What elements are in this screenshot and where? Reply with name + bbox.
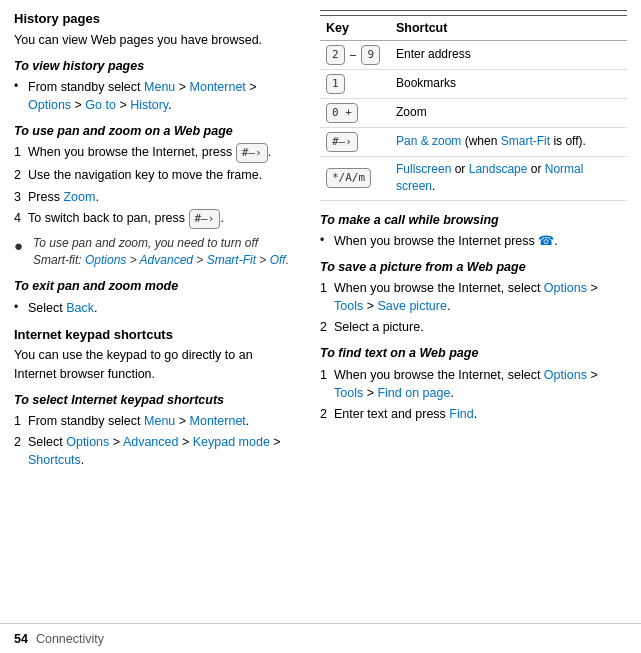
table-row: #–› Pan & zoom (when Smart-Fit is off). bbox=[320, 127, 627, 156]
footer-bar: 54 Connectivity bbox=[0, 623, 641, 653]
options-link: Options bbox=[28, 98, 71, 112]
advanced-link: Advanced bbox=[140, 253, 193, 267]
key-badge: 0 + bbox=[326, 103, 358, 123]
numbered-item: 1 When you browse the Internet, press #–… bbox=[14, 143, 296, 163]
sub3-title: To exit pan and zoom mode bbox=[14, 277, 296, 295]
smartfit-link: Smart-Fit bbox=[207, 253, 256, 267]
step-text: Select a picture. bbox=[334, 318, 424, 336]
key-cell: 2 – 9 bbox=[320, 41, 390, 70]
back-link: Back bbox=[66, 301, 94, 315]
menu-link: Menu bbox=[144, 80, 175, 94]
table-row: 1 Bookmarks bbox=[320, 70, 627, 99]
table-row: */A/m Fullscreen or Landscape or Normal … bbox=[320, 156, 627, 200]
section2-body: You can use the keypad to go directly to… bbox=[14, 346, 296, 382]
zoom-link: Zoom bbox=[63, 190, 95, 204]
table-row: 0 + Zoom bbox=[320, 99, 627, 128]
shortcuts-link: Shortcuts bbox=[28, 453, 81, 467]
list-item-text: From standby select Menu > Monternet > O… bbox=[28, 78, 296, 114]
section1-title: History pages bbox=[14, 10, 296, 29]
step-num: 4 bbox=[14, 209, 28, 229]
shortcut-cell: Fullscreen or Landscape or Normal screen… bbox=[390, 156, 627, 200]
right-sub3-title: To find text on a Web page bbox=[320, 344, 627, 362]
key-badge: 1 bbox=[326, 74, 345, 94]
key-badge: 9 bbox=[361, 45, 380, 65]
findonpage-link: Find on page bbox=[377, 386, 450, 400]
note-icon: ● bbox=[14, 235, 30, 257]
off-link: Off bbox=[270, 253, 286, 267]
step-text: When you browse the Internet, select Opt… bbox=[334, 366, 627, 402]
shortcut-table: Key Shortcut 2 – 9 Enter address 1 bbox=[320, 15, 627, 201]
list-item: • Select Back. bbox=[14, 299, 296, 317]
step-num: 1 bbox=[320, 279, 334, 315]
step-text: To switch back to pan, press #–›. bbox=[28, 209, 224, 229]
shortcut-cell: Pan & zoom (when Smart-Fit is off). bbox=[390, 127, 627, 156]
savepicture-link: Save picture bbox=[377, 299, 446, 313]
options-link3: Options bbox=[66, 435, 109, 449]
list-item-text: Select Back. bbox=[28, 299, 98, 317]
hash-badge2: #–› bbox=[189, 209, 221, 229]
key-badge: 2 bbox=[326, 45, 345, 65]
options-link5: Options bbox=[544, 368, 587, 382]
right-sub1-title: To make a call while browsing bbox=[320, 211, 627, 229]
monternet-link: Monternet bbox=[190, 80, 246, 94]
step-text: When you browse the Internet, press #–›. bbox=[28, 143, 271, 163]
fullscreen-link: Fullscreen bbox=[396, 162, 451, 176]
bullet-icon: • bbox=[14, 299, 28, 317]
numbered-item: 2 Use the navigation key to move the fra… bbox=[14, 166, 296, 184]
options-link4: Options bbox=[544, 281, 587, 295]
col-key-header: Key bbox=[320, 16, 390, 41]
col-shortcut-header: Shortcut bbox=[390, 16, 627, 41]
step-num: 2 bbox=[320, 405, 334, 423]
section2-title: Internet keypad shortcuts bbox=[14, 326, 296, 345]
find-link: Find bbox=[449, 407, 473, 421]
numbered-item: 1 When you browse the Internet, select O… bbox=[320, 279, 627, 315]
key-dash: – bbox=[350, 48, 356, 60]
step-num: 3 bbox=[14, 188, 28, 206]
left-column: History pages You can view Web pages you… bbox=[0, 0, 310, 653]
note-text: To use pan and zoom, you need to turn of… bbox=[33, 235, 296, 270]
shortcut-cell: Bookmarks bbox=[390, 70, 627, 99]
goto-link: Go to bbox=[85, 98, 116, 112]
key-cell: 1 bbox=[320, 70, 390, 99]
step-num: 1 bbox=[14, 412, 28, 430]
list-item: • From standby select Menu > Monternet >… bbox=[14, 78, 296, 114]
call-icon: ☎ bbox=[538, 234, 554, 248]
right-column: Key Shortcut 2 – 9 Enter address 1 bbox=[310, 0, 641, 653]
landscape-link: Landscape bbox=[469, 162, 528, 176]
numbered-item: 2 Enter text and press Find. bbox=[320, 405, 627, 423]
shortcut-cell: Enter address bbox=[390, 41, 627, 70]
key-cell: #–› bbox=[320, 127, 390, 156]
key-cell: */A/m bbox=[320, 156, 390, 200]
step-text: Select Options > Advanced > Keypad mode … bbox=[28, 433, 296, 469]
tools-link2: Tools bbox=[334, 386, 363, 400]
step-num: 2 bbox=[14, 166, 28, 184]
shortcut-cell: Zoom bbox=[390, 99, 627, 128]
list-item-text: When you browse the Internet press ☎. bbox=[334, 232, 558, 250]
advanced-link2: Advanced bbox=[123, 435, 179, 449]
history-link: History bbox=[130, 98, 168, 112]
right-sub2-title: To save a picture from a Web page bbox=[320, 258, 627, 276]
bullet-icon: • bbox=[320, 232, 334, 250]
section1-body: You can view Web pages you have browsed. bbox=[14, 31, 296, 49]
top-divider bbox=[320, 10, 627, 11]
table-row: 2 – 9 Enter address bbox=[320, 41, 627, 70]
step-num: 1 bbox=[320, 366, 334, 402]
step-text: Use the navigation key to move the frame… bbox=[28, 166, 262, 184]
numbered-item: 2 Select Options > Advanced > Keypad mod… bbox=[14, 433, 296, 469]
step-num: 1 bbox=[14, 143, 28, 163]
sub4-title: To select Internet keypad shortcuts bbox=[14, 391, 296, 409]
smartfit-link2: Smart-Fit bbox=[501, 134, 550, 148]
note-item: ● To use pan and zoom, you need to turn … bbox=[14, 235, 296, 270]
step-text: When you browse the Internet, select Opt… bbox=[334, 279, 627, 315]
numbered-item: 1 When you browse the Internet, select O… bbox=[320, 366, 627, 402]
menu-link2: Menu bbox=[144, 414, 175, 428]
pan-zoom-link: Pan & zoom bbox=[396, 134, 461, 148]
sub1-title: To view history pages bbox=[14, 57, 296, 75]
footer-page-num: 54 bbox=[14, 632, 28, 646]
numbered-item: 1 From standby select Menu > Monternet. bbox=[14, 412, 296, 430]
bullet-icon: • bbox=[14, 78, 28, 114]
step-num: 2 bbox=[14, 433, 28, 469]
key-badge: #–› bbox=[326, 132, 358, 152]
hash-badge: #–› bbox=[236, 143, 268, 163]
numbered-item: 3 Press Zoom. bbox=[14, 188, 296, 206]
